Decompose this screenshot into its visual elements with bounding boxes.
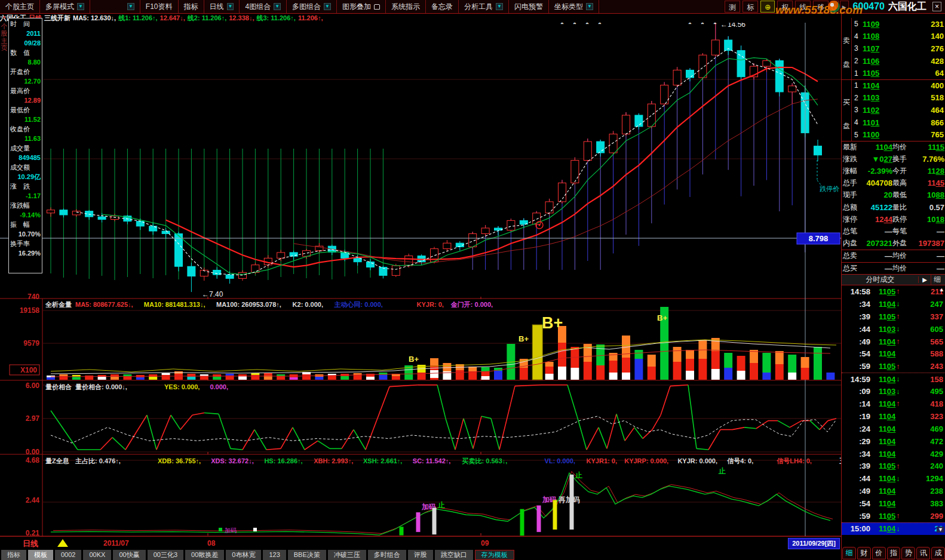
level-price: 1107: [863, 44, 879, 53]
order-book-row-sell[interactable]: 51109231: [852, 18, 945, 30]
charts-area[interactable]: 8.798*******←14.56←7.40跌停价740191589579X1…: [0, 23, 841, 536]
template-tab-0布林宽[interactable]: 0布林宽: [226, 550, 261, 560]
toolbar-mini-icon-0[interactable]: □: [830, 1, 838, 13]
indicator-value: 线1: 11.206↑,: [118, 14, 157, 21]
order-book-row-sell[interactable]: 31107276: [852, 42, 945, 55]
svg-text:止: 止: [718, 467, 726, 475]
template-tab-00散换差[interactable]: 00散换差: [185, 550, 224, 560]
tick-list[interactable]: 14:581105↑211:341104↓247:391105↑337:4411…: [842, 285, 945, 535]
sidebar-tab-价[interactable]: 价: [872, 547, 886, 559]
order-book-row-buy[interactable]: 11104400: [852, 79, 945, 92]
chevron-down-icon[interactable]: ▼: [127, 3, 134, 10]
tick-title: 分时成交: [842, 275, 918, 285]
svg-text:HS: 16.286↑,: HS: 16.286↑,: [264, 457, 302, 464]
menu-item-闪电预警[interactable]: 闪电预警: [509, 0, 549, 13]
menu-item-多图组合[interactable]: 多图组合▼: [287, 0, 337, 13]
order-book-row-buy[interactable]: 31102464: [852, 104, 945, 116]
sidebar-tab-讯[interactable]: 讯: [916, 547, 930, 559]
tick-price: 1105: [879, 512, 895, 521]
stat-value: —: [911, 264, 944, 273]
svg-text:0.00: 0.00: [26, 448, 40, 456]
sidebar-tab-成[interactable]: 成: [931, 547, 945, 559]
svg-text:跌停价: 跌停价: [820, 185, 839, 192]
page-marker-icon: *: [0, 16, 8, 23]
template-tab-冲破三压[interactable]: 冲破三压: [328, 550, 366, 560]
menu-item-F10资料[interactable]: F10资料: [140, 0, 179, 13]
info-label: 数 值: [10, 48, 41, 57]
sidebar-tab-细[interactable]: 细: [842, 547, 856, 559]
menu-item-系统指示[interactable]: 系统指示: [386, 0, 426, 13]
template-tab-123[interactable]: 123: [263, 550, 286, 560]
order-book-row-sell[interactable]: 1110564: [852, 67, 945, 79]
order-book-row-sell[interactable]: 41108140: [852, 30, 945, 43]
template-tab-00KX[interactable]: 00KX: [83, 550, 111, 560]
menu-item-日线[interactable]: 日线▼: [204, 0, 240, 13]
menu-item-分析工具[interactable]: 分析工具▼: [459, 0, 509, 13]
tick-time: :59: [844, 362, 870, 371]
stat-label: 总买: [843, 263, 861, 273]
tab-指标[interactable]: 指标: [1, 550, 26, 560]
chevron-down-icon[interactable]: ▼: [274, 3, 281, 10]
period-label[interactable]: 日线: [23, 539, 38, 549]
tick-row: 14:591104↓158: [842, 373, 945, 385]
menu-item-blank[interactable]: ▼: [90, 0, 140, 13]
menu-item-指标[interactable]: 指标: [179, 0, 204, 13]
template-tab-00快赢[interactable]: 00快赢: [113, 550, 145, 560]
template-tab-BBE决策[interactable]: BBE决策: [288, 550, 326, 560]
sidebar-tab-指[interactable]: 指: [887, 547, 901, 559]
chevron-down-icon[interactable]: ▼: [496, 3, 503, 10]
toolbar-tool-1[interactable]: 标: [742, 1, 758, 13]
toolbar-tool-4[interactable]: 线: [795, 1, 811, 13]
toolbar-tool-2[interactable]: ⊕: [760, 1, 775, 13]
chart-header: 六国化工日线三线开新MA5: 12.630↓,线1: 11.206↑,12.64…: [0, 13, 841, 23]
menu-item-备忘录[interactable]: 备忘录: [426, 0, 459, 13]
current-date-badge: 2011/09/29[四]: [788, 538, 840, 549]
template-tab-评股[interactable]: 评股: [408, 550, 433, 560]
toolbar-tool-5[interactable]: 移: [813, 1, 829, 13]
tick-row: 15:001104↓20: [842, 522, 945, 535]
template-tab-多时组合[interactable]: 多时组合: [368, 550, 406, 560]
tick-row: :341104429: [842, 448, 945, 460]
menu-item-多屏模式[interactable]: 多屏模式▼: [40, 0, 90, 13]
tick-detail-tab[interactable]: 细: [931, 275, 945, 285]
toolbar-tool-3[interactable]: 权: [777, 1, 793, 13]
tick-price: 1104: [879, 450, 895, 459]
sidebar-tab-势[interactable]: 势: [901, 547, 915, 559]
order-book-row-buy[interactable]: 41101866: [852, 116, 945, 129]
template-tab-00三化3[interactable]: 00三化3: [148, 550, 183, 560]
level-volume: 64: [879, 69, 944, 78]
chevron-down-icon[interactable]: ▼: [227, 3, 234, 10]
crosshair-info-panel: 时 间201109/28数 值8.80开盘价12.70最高价12.89最低价11…: [8, 18, 42, 273]
sidebar-tab-财[interactable]: 财: [857, 547, 871, 559]
tick-time: :34: [844, 450, 870, 459]
tick-row: :391105↑240: [842, 460, 945, 472]
tick-volume: 299: [900, 512, 943, 521]
indicator-value: 11.206↑,: [298, 14, 323, 21]
stat-label: 量比: [892, 202, 911, 213]
level-price: 1106: [863, 57, 879, 66]
chevron-down-icon[interactable]: ▼: [77, 3, 84, 10]
chevron-down-icon[interactable]: ▼: [324, 3, 331, 10]
order-book-row-buy[interactable]: 51100765: [852, 128, 945, 141]
scroll-up-icon[interactable]: ▲: [939, 287, 944, 293]
menu-item-4图组合[interactable]: 4图组合▼: [240, 0, 287, 13]
toolbar-tool-0[interactable]: 测: [725, 1, 740, 13]
info-value: 2011: [10, 29, 41, 38]
menu-item-个股主页[interactable]: 个股主页: [0, 0, 40, 13]
order-book-row-sell[interactable]: 21106428: [852, 55, 945, 67]
tick-price: 1104: [879, 375, 895, 384]
template-tab-跳空缺口[interactable]: 跳空缺口: [435, 550, 473, 560]
expand-arrow-icon[interactable]: ▶: [918, 276, 931, 283]
menu-item-坐标类型[interactable]: 坐标类型▼: [549, 0, 599, 13]
toolbar-mini-icon-1[interactable]: ▶: [840, 1, 849, 13]
template-tab-0002[interactable]: 0002: [55, 550, 81, 560]
tab-save-template[interactable]: 存为模板: [475, 550, 514, 560]
close-icon[interactable]: ×: [932, 2, 941, 11]
stat-value: 1088: [911, 190, 944, 199]
chevron-down-icon[interactable]: ▼: [586, 3, 593, 10]
order-book-row-buy[interactable]: 21103518: [852, 92, 945, 104]
scroll-down-icon[interactable]: ▼: [937, 527, 944, 533]
menu-item-图形叠加[interactable]: 图形叠加: [337, 0, 386, 13]
left-vertical-tab[interactable]: *个股主页: [0, 16, 8, 51]
tab-模板[interactable]: 模板: [28, 550, 53, 560]
